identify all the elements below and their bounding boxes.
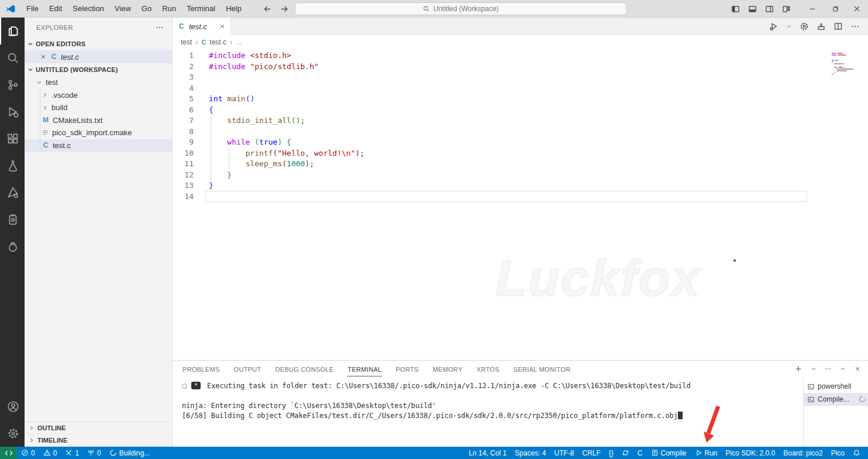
activitybar-raspberry-pi-pico[interactable]	[0, 233, 25, 260]
close-icon[interactable]	[854, 365, 861, 372]
terminal-list: powershellCompile...	[803, 377, 868, 447]
panel-bottom-icon[interactable]	[748, 5, 757, 13]
sidebar-right-icon[interactable]	[765, 5, 774, 13]
panel-tab-serial-monitor[interactable]: SERIAL MONITOR	[513, 362, 571, 376]
chevron-up-icon[interactable]	[839, 365, 846, 372]
menu-terminal[interactable]: Terminal	[181, 4, 221, 13]
menu-selection[interactable]: Selection	[67, 4, 109, 13]
back-arrow-icon[interactable]	[263, 5, 272, 13]
statusbar-item-0[interactable]: 0	[83, 447, 105, 459]
activitybar-source-control[interactable]	[0, 71, 25, 98]
panel-tab-terminal[interactable]: TERMINAL	[347, 362, 382, 376]
chevron-down-icon[interactable]	[786, 23, 792, 29]
activitybar-run-and-debug[interactable]	[0, 98, 25, 125]
tree-item--vscode[interactable]: .vscode	[25, 89, 172, 102]
add-icon[interactable]	[794, 365, 802, 373]
breadcrumb-file[interactable]: test.c	[209, 38, 226, 46]
maximize-button[interactable]	[824, 0, 846, 18]
spinner-icon	[109, 449, 117, 457]
statusbar-item-pico-sdk-2-0-0[interactable]: Pico SDK: 2.0.0	[722, 447, 780, 459]
code-lines[interactable]: #include <stdio.h>#include "pico/stdlib.…	[209, 49, 868, 360]
status-bar: 0010Building... Ln 14, Col 1Spaces: 4UTF…	[0, 447, 868, 459]
statusbar-item-crlf[interactable]: CRLF	[578, 447, 604, 459]
cmake-file-icon: M	[42, 116, 50, 124]
flash-icon[interactable]	[817, 22, 826, 31]
code-editor[interactable]: 1234567891011121314 #include <stdio.h>#i…	[173, 49, 868, 360]
panel-tab-output[interactable]: OUTPUT	[233, 362, 262, 376]
activitybar-dev-board[interactable]	[0, 206, 25, 233]
terminal-instance-compile-[interactable]: Compile...	[804, 393, 868, 406]
more-icon[interactable]	[156, 23, 164, 32]
split-editor-icon[interactable]	[833, 22, 843, 31]
c-file-icon: C	[177, 22, 185, 30]
more-icon[interactable]	[850, 22, 860, 31]
more-icon[interactable]	[825, 365, 832, 372]
gear-icon[interactable]	[800, 22, 809, 31]
minimize-button[interactable]	[801, 0, 824, 18]
forward-arrow-icon[interactable]	[280, 5, 289, 13]
chevron-down-icon[interactable]	[810, 365, 817, 372]
statusbar-item-run[interactable]: Run	[691, 447, 722, 459]
tree-item-test[interactable]: test	[25, 76, 172, 89]
breadcrumb-symbol[interactable]: ...	[236, 38, 242, 46]
activitybar-cmake[interactable]	[0, 179, 25, 206]
statusbar-item-0[interactable]: 0	[17, 447, 39, 459]
menu-help[interactable]: Help	[221, 4, 247, 13]
terminal-instance-powershell[interactable]: powershell	[804, 380, 868, 393]
open-editor-item[interactable]: C test.c	[25, 50, 172, 63]
statusbar-item-ln-14-col-1[interactable]: Ln 14, Col 1	[464, 447, 511, 459]
tab-test-c[interactable]: C test.c	[173, 18, 231, 35]
breadcrumb-folder[interactable]: test	[181, 38, 192, 46]
sidebar-left-icon[interactable]	[731, 5, 740, 13]
workspace-section[interactable]: UNTITLED (WORKSPACE)	[25, 63, 172, 76]
activitybar-testing[interactable]	[0, 152, 25, 179]
layout-custom-icon[interactable]	[782, 5, 791, 13]
command-center[interactable]: Untitled (Workspace)	[295, 2, 627, 15]
line-number: 2	[173, 61, 194, 73]
section-outline[interactable]: OUTLINE	[25, 422, 172, 434]
tree-item-cmakelists-txt[interactable]: MCMakeLists.txt	[25, 114, 172, 127]
statusbar-item-building-[interactable]: Building...	[105, 447, 154, 459]
statusbar-item-0[interactable]: 0	[39, 447, 61, 459]
terminal-output[interactable]: * Executing task in folder test: C:\User…	[173, 377, 803, 447]
statusbar-item-1[interactable]: 1	[61, 447, 83, 459]
close-icon[interactable]	[40, 53, 47, 60]
chevron-down-icon	[27, 40, 34, 47]
panel-tab-memory[interactable]: MEMORY	[432, 362, 463, 376]
activitybar-accounts[interactable]	[0, 393, 25, 420]
statusbar-item-board-pico2[interactable]: Board: pico2	[779, 447, 826, 459]
tree-item-build[interactable]: build	[25, 101, 172, 114]
run-or-debug-icon[interactable]	[769, 22, 779, 31]
tab-label: test.c	[189, 22, 215, 31]
activitybar-search[interactable]	[0, 44, 25, 71]
minimap[interactable]	[832, 53, 860, 77]
statusbar-item-sync-icon[interactable]	[618, 447, 633, 459]
panel-tab-debug-console[interactable]: DEBUG CONSOLE	[275, 362, 335, 376]
tree-item-test-c[interactable]: Ctest.c	[25, 139, 172, 152]
menu-view[interactable]: View	[109, 4, 136, 13]
tree-item-pico-sdk-import-cmake[interactable]: pico_sdk_import.cmake	[25, 126, 172, 139]
remote-indicator[interactable]	[0, 447, 17, 459]
activitybar-extensions[interactable]	[0, 125, 25, 152]
statusbar-item-spaces-4[interactable]: Spaces: 4	[511, 447, 550, 459]
activitybar-explorer[interactable]	[0, 18, 25, 44]
section-timeline[interactable]: TIMELINE	[25, 434, 172, 447]
panel-tab-ports[interactable]: PORTS	[395, 362, 419, 376]
activitybar-settings[interactable]	[0, 420, 25, 447]
statusbar-item-utf-8[interactable]: UTF-8	[550, 447, 578, 459]
terminal-line	[182, 391, 803, 401]
menu-edit[interactable]: Edit	[44, 4, 67, 13]
close-window-button[interactable]	[846, 0, 868, 18]
menu-file[interactable]: File	[21, 4, 44, 13]
statusbar-item-compile[interactable]: Compile	[647, 447, 691, 459]
menu-go[interactable]: Go	[136, 4, 157, 13]
panel-tab-problems[interactable]: PROBLEMS	[182, 362, 221, 376]
open-editors-section[interactable]: OPEN EDITORS	[25, 37, 172, 50]
statusbar-item-pico[interactable]: Pico	[827, 447, 849, 459]
statusbar-item--[interactable]: {}	[605, 447, 618, 459]
menu-run[interactable]: Run	[157, 4, 181, 13]
close-tab-icon[interactable]	[219, 23, 226, 30]
panel-tab-xrtos[interactable]: XRTOS	[476, 362, 500, 376]
statusbar-item-c[interactable]: C	[633, 447, 647, 459]
statusbar-item-bell-icon[interactable]	[849, 447, 864, 459]
